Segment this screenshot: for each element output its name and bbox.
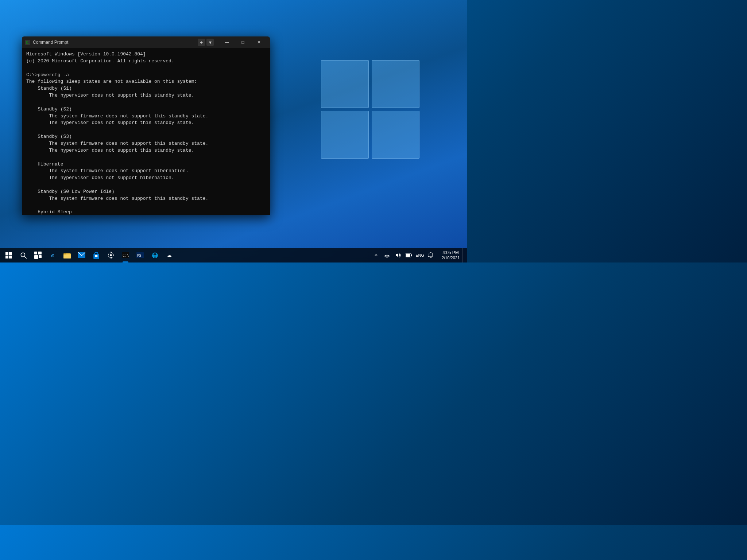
taskbar-search[interactable] [16, 248, 31, 262]
close-button[interactable]: ✕ [251, 36, 267, 48]
svg-rect-10 [34, 255, 38, 259]
svg-rect-26 [406, 254, 410, 257]
taskbar-file-explorer[interactable] [60, 248, 74, 262]
desktop: C: Command Prompt + ▾ — □ ✕ Microsoft Wi… [0, 0, 467, 262]
logo-pane-bl [321, 111, 369, 159]
taskbar-store[interactable] [89, 248, 104, 262]
svg-rect-4 [5, 256, 8, 258]
svg-point-18 [110, 254, 112, 256]
cmd-app-icon: C: [25, 39, 31, 45]
taskbar-extra2[interactable]: ☁ [162, 248, 177, 262]
taskbar-mail[interactable] [74, 248, 89, 262]
system-clock[interactable]: 4:05 PM 2/10/2021 [439, 248, 462, 262]
cmd-tab-controls: + ▾ [198, 39, 214, 46]
tray-network[interactable] [382, 249, 392, 261]
svg-rect-2 [5, 252, 8, 255]
svg-rect-8 [34, 252, 37, 254]
window-controls: — □ ✕ [219, 36, 267, 48]
taskbar-task-view[interactable] [31, 248, 45, 262]
clock-time: 4:05 PM [442, 250, 459, 255]
start-button[interactable] [1, 248, 16, 262]
logo-pane-br [372, 111, 419, 159]
dropdown-button[interactable]: ▾ [206, 39, 214, 46]
svg-rect-9 [38, 252, 42, 254]
svg-text:PS: PS [137, 254, 141, 257]
show-desktop-button[interactable] [462, 248, 465, 262]
svg-line-7 [24, 256, 27, 258]
svg-rect-3 [9, 252, 12, 255]
windows-logo [321, 60, 419, 159]
cmd-output: Microsoft Windows [Version 10.0.19042.80… [26, 51, 266, 215]
new-tab-button[interactable]: + [198, 39, 205, 46]
svg-rect-14 [63, 254, 71, 258]
svg-rect-27 [411, 254, 412, 256]
svg-text:C:\: C:\ [123, 253, 129, 257]
svg-rect-11 [39, 255, 42, 258]
cmd-titlebar: C: Command Prompt + ▾ — □ ✕ [22, 36, 270, 48]
taskbar-edge[interactable]: e [45, 248, 60, 262]
logo-pane-tl [321, 60, 369, 108]
minimize-button[interactable]: — [219, 36, 235, 48]
logo-pane-tr [372, 60, 419, 108]
system-tray: ENG [368, 249, 439, 261]
tray-battery[interactable] [404, 249, 414, 261]
tray-notification[interactable] [426, 249, 436, 261]
svg-rect-17 [95, 255, 98, 257]
clock-date: 2/10/2021 [442, 256, 460, 260]
svg-text:C:: C: [26, 41, 30, 44]
taskbar-powershell[interactable]: PS [133, 248, 147, 262]
tray-volume[interactable] [393, 249, 403, 261]
taskbar-settings[interactable] [104, 248, 118, 262]
tray-chevron[interactable] [371, 249, 381, 261]
cmd-window: C: Command Prompt + ▾ — □ ✕ Microsoft Wi… [22, 36, 270, 215]
taskbar: e [0, 248, 467, 262]
svg-rect-5 [9, 256, 12, 258]
taskbar-cmd[interactable]: C:\ [118, 248, 133, 262]
tray-language[interactable]: ENG [415, 249, 425, 261]
taskbar-extra1[interactable]: 🌐 [147, 248, 162, 262]
svg-point-24 [387, 257, 388, 258]
active-indicator [123, 261, 128, 262]
cmd-title: Command Prompt [33, 40, 196, 45]
maximize-button[interactable]: □ [235, 36, 251, 48]
svg-point-6 [21, 253, 25, 257]
cmd-body[interactable]: Microsoft Windows [Version 10.0.19042.80… [22, 48, 270, 215]
